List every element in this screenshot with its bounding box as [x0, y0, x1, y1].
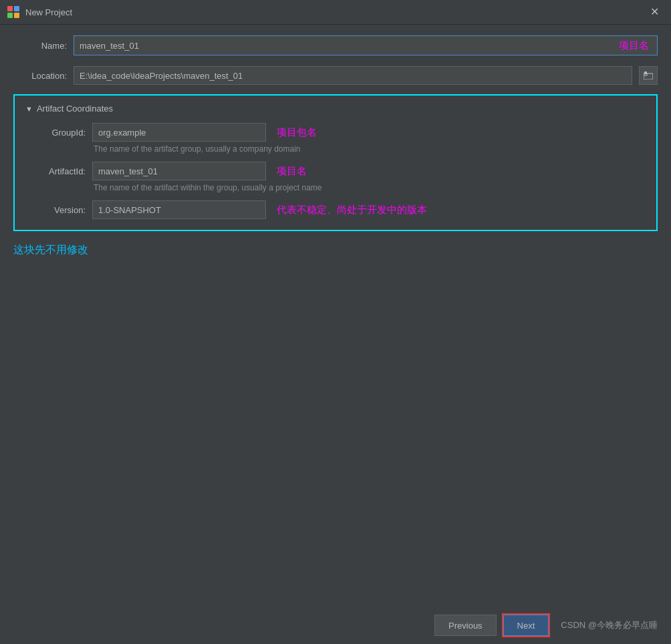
version-row: Version: 代表不稳定、尚处于开发中的版本: [25, 200, 646, 219]
groupid-label: GroupId:: [25, 128, 86, 138]
browse-button[interactable]: [639, 66, 658, 85]
location-row: Location:: [13, 66, 658, 85]
groupid-annotation: 项目包名: [277, 126, 317, 139]
name-row: Name: 项目名: [13, 35, 658, 55]
version-label: Version:: [25, 205, 86, 215]
location-input[interactable]: [74, 66, 632, 85]
collapse-icon[interactable]: ▼: [25, 105, 33, 113]
artifactid-label: ArtifactId:: [25, 166, 86, 176]
artifactid-annotation: 项目名: [277, 165, 307, 178]
footer: Previous Next CSDN @今晚务必早点睡: [0, 607, 671, 644]
close-button[interactable]: ✕: [648, 5, 662, 19]
section-header: ▼ Artifact Coordinates: [25, 104, 646, 114]
artifactid-row: ArtifactId: 项目名: [25, 162, 646, 180]
groupid-input-wrap: 项目包名: [92, 123, 646, 142]
name-annotation: 项目名: [611, 36, 657, 55]
name-input-wrap: 项目名: [74, 35, 658, 55]
version-input-wrap: 代表不稳定、尚处于开发中的版本: [92, 200, 646, 219]
title-bar: New Project ✕: [0, 0, 671, 25]
groupid-input[interactable]: [92, 123, 266, 142]
watermark-text: CSDN @今晚务必早点睡: [561, 619, 658, 631]
svg-rect-0: [7, 6, 13, 11]
dialog: New Project ✕ Name: 项目名 Location:: [0, 0, 671, 644]
next-button[interactable]: Next: [503, 615, 549, 636]
artifactid-hint: The name of the artifact within the grou…: [94, 183, 646, 192]
artifact-section: ▼ Artifact Coordinates GroupId: 项目包名 The…: [13, 94, 658, 231]
svg-rect-3: [14, 13, 19, 18]
svg-rect-2: [7, 13, 13, 18]
previous-button[interactable]: Previous: [434, 615, 497, 636]
location-label: Location:: [13, 71, 67, 81]
content-area: Name: 项目名 Location: ▼ Artifact Coord: [0, 25, 671, 607]
groupid-row: GroupId: 项目包名: [25, 123, 646, 142]
dialog-title: New Project: [25, 7, 72, 17]
bottom-note: 这块先不用修改: [13, 243, 658, 257]
artifactid-input-wrap: 项目名: [92, 162, 646, 180]
version-input[interactable]: [92, 200, 266, 219]
app-icon: [7, 5, 20, 19]
name-label: Name:: [13, 41, 67, 51]
svg-rect-4: [644, 73, 653, 79]
svg-rect-1: [14, 6, 19, 11]
next-button-wrap: Next: [503, 615, 549, 636]
name-input[interactable]: [74, 36, 611, 55]
groupid-hint: The name of the artifact group, usually …: [94, 144, 646, 154]
version-annotation: 代表不稳定、尚处于开发中的版本: [277, 204, 427, 216]
svg-rect-6: [644, 71, 647, 74]
title-bar-left: New Project: [7, 5, 72, 19]
section-title: Artifact Coordinates: [37, 104, 113, 114]
artifactid-input[interactable]: [92, 162, 266, 180]
